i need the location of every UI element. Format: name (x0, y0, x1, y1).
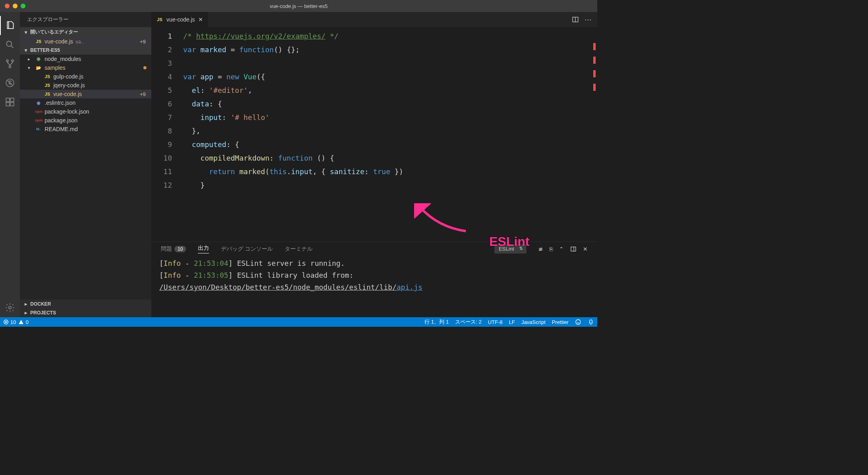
overview-ruler[interactable] (593, 43, 596, 97)
editor-tab[interactable]: JS vue-code.js ✕ (151, 12, 208, 27)
window-title: vue-code.js — better-es5 (0, 3, 597, 9)
error-marker[interactable] (593, 57, 596, 64)
tree-label: .eslintrc.json (45, 100, 76, 106)
chevron-right-icon: ▸ (28, 57, 33, 62)
panel-tab-debug[interactable]: デバッグ コンソール (221, 245, 273, 253)
tree-file-readme[interactable]: M↓ README.md (20, 125, 151, 133)
bottom-panel: 問題 10 出力 デバッグ コンソール ターミナル ESLint ≢ (151, 241, 597, 317)
activity-bar (0, 12, 20, 317)
panel-tab-output[interactable]: 出力 (198, 245, 209, 253)
close-window-button[interactable] (5, 4, 10, 8)
status-eol[interactable]: LF (509, 319, 515, 325)
search-icon (5, 39, 15, 50)
svg-point-3 (9, 66, 11, 68)
npm-icon: npm (35, 118, 42, 122)
close-tab-icon[interactable]: ✕ (198, 16, 203, 23)
gear-icon (5, 302, 15, 313)
status-encoding[interactable]: UTF-8 (488, 319, 502, 325)
maximize-panel-icon[interactable] (570, 246, 577, 252)
tree-label: package.json (45, 117, 78, 124)
activity-explorer[interactable] (0, 16, 20, 35)
traffic-lights (0, 4, 25, 8)
output-log[interactable]: [Info - 21:53:04] ESLint server is runni… (151, 256, 597, 317)
chevron-down-icon: ▾ (23, 47, 29, 53)
svg-rect-6 (6, 102, 10, 106)
folder-open-icon: 📂 (35, 65, 42, 71)
warning-count: 0 (25, 319, 28, 325)
close-panel-icon[interactable]: ✕ (583, 246, 588, 252)
status-bar: 10 0 行 1、列 1 スペース: 2 UTF-8 LF JavaScript… (0, 317, 597, 327)
status-feedback[interactable] (575, 319, 581, 325)
chevron-down-icon: ▾ (28, 65, 33, 71)
open-editor-badge: +9 (140, 39, 146, 45)
chevron-up-icon[interactable]: ⌃ (559, 246, 564, 252)
open-editors-label: 開いているエディター (30, 29, 78, 35)
tree-label: jqery-code.js (53, 82, 85, 88)
panel-tab-problems[interactable]: 問題 10 (161, 245, 186, 253)
status-language[interactable]: JavaScript (521, 319, 545, 325)
error-marker[interactable] (593, 43, 596, 50)
tree-file-package[interactable]: npm package.json (20, 116, 151, 125)
svg-point-0 (6, 41, 12, 46)
panel-tab-terminal[interactable]: ターミナル (285, 245, 313, 253)
error-marker[interactable] (593, 84, 596, 91)
editor-actions: ⋯ (566, 12, 597, 27)
chevron-right-icon: ▸ (23, 301, 29, 307)
status-cursor[interactable]: 行 1、列 1 (424, 318, 449, 326)
tree-label: samples (45, 65, 65, 71)
tree-file-jqery[interactable]: JS jqery-code.js (20, 81, 151, 90)
smiley-icon (575, 319, 581, 325)
zoom-window-button[interactable] (21, 4, 25, 8)
svg-rect-7 (10, 102, 14, 106)
error-count: 10 (10, 319, 16, 325)
line-numbers: 123456789101112 (151, 27, 179, 241)
tree-folder-samples[interactable]: ▾ 📂 samples (20, 63, 151, 72)
minimize-window-button[interactable] (13, 4, 18, 8)
code-content[interactable]: /* https://vuejs.org/v2/examples/ */ var… (179, 27, 597, 241)
js-file-icon: JS (44, 83, 51, 88)
tree-label: node_modules (45, 56, 81, 62)
code-editor[interactable]: 123456789101112 /* https://vuejs.org/v2/… (151, 27, 597, 241)
status-indent[interactable]: スペース: 2 (455, 318, 481, 326)
panel-tab-label: 問題 (161, 245, 172, 253)
svg-point-1 (6, 60, 8, 62)
status-errors[interactable]: 10 (3, 319, 16, 325)
clear-output-icon[interactable]: ≢ (538, 246, 543, 252)
docker-section-header[interactable]: ▸ DOCKER (20, 300, 151, 308)
tree-file-vue[interactable]: JS vue-code.js +9 (20, 90, 151, 98)
svg-point-13 (576, 320, 581, 324)
more-actions-icon[interactable]: ⋯ (585, 15, 592, 24)
status-warnings[interactable]: 0 (18, 319, 28, 325)
open-editor-path: sa.. (76, 39, 84, 45)
activity-debug[interactable] (0, 73, 20, 92)
status-prettier[interactable]: Prettier (552, 319, 569, 325)
open-editors-header[interactable]: ▾ 開いているエディター (20, 27, 151, 37)
projects-section-header[interactable]: ▸ PROJECTS (20, 308, 151, 317)
git-branch-icon (5, 59, 15, 69)
tree-file-gulp[interactable]: JS gulp-code.js (20, 72, 151, 81)
editor-tab-bar: JS vue-code.js ✕ ⋯ (151, 12, 597, 27)
activity-scm[interactable] (0, 54, 20, 73)
problems-count-badge: 10 (174, 246, 186, 252)
bell-icon (588, 319, 594, 325)
js-file-icon: JS (44, 92, 51, 96)
git-modified-indicator (143, 66, 147, 69)
activity-search[interactable] (0, 35, 20, 54)
tree-label: vue-code.js (53, 91, 82, 97)
activity-extensions[interactable] (0, 92, 20, 112)
tree-folder-node-modules[interactable]: ▸ ⬢ node_modules (20, 55, 151, 63)
tree-file-package-lock[interactable]: npm package-lock.json (20, 107, 151, 116)
lock-scroll-icon[interactable]: ⎘ (549, 246, 553, 252)
output-channel-select[interactable]: ESLint (495, 244, 526, 253)
tree-label: gulp-code.js (53, 73, 84, 80)
status-notifications[interactable] (588, 319, 594, 325)
open-editor-item[interactable]: JS vue-code.js sa.. +9 (20, 37, 151, 46)
svg-rect-5 (6, 98, 10, 102)
tree-file-eslintrc[interactable]: ◉ .eslintrc.json (20, 98, 151, 107)
split-editor-icon[interactable] (572, 16, 579, 23)
workspace-header[interactable]: ▾ BETTER-ES5 (20, 46, 151, 55)
svg-rect-8 (10, 98, 14, 102)
warning-icon (18, 319, 24, 325)
activity-settings[interactable] (0, 298, 20, 317)
error-marker[interactable] (593, 70, 596, 77)
